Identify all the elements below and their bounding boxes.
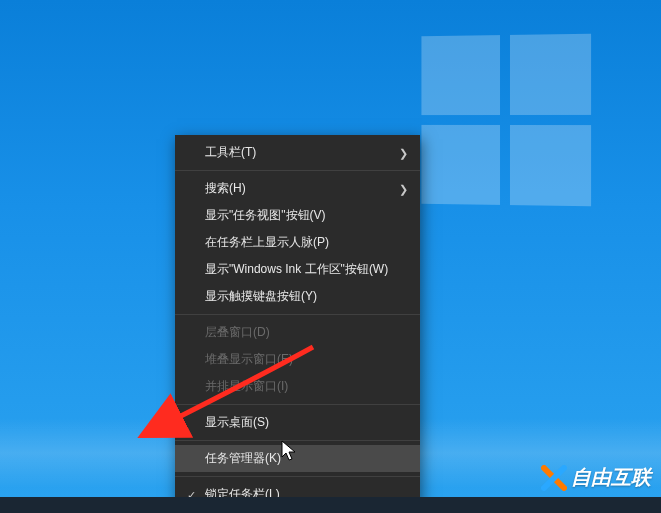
menu-item-label: 并排显示窗口(I)	[205, 378, 288, 395]
menu-item-label: 显示"任务视图"按钮(V)	[205, 207, 326, 224]
menu-item-show-taskview[interactable]: 显示"任务视图"按钮(V)	[175, 202, 420, 229]
menu-item-label: 在任务栏上显示人脉(P)	[205, 234, 329, 251]
menu-separator	[175, 476, 420, 477]
menu-item-label: 任务管理器(K)	[205, 450, 281, 467]
menu-item-show-touch-keyboard[interactable]: 显示触摸键盘按钮(Y)	[175, 283, 420, 310]
menu-separator	[175, 314, 420, 315]
menu-item-show-people[interactable]: 在任务栏上显示人脉(P)	[175, 229, 420, 256]
menu-item-task-manager[interactable]: 任务管理器(K)	[175, 445, 420, 472]
submenu-arrow-icon: ❯	[399, 146, 408, 159]
taskbar-context-menu: 工具栏(T) ❯ 搜索(H) ❯ 显示"任务视图"按钮(V) 在任务栏上显示人脉…	[175, 135, 420, 513]
watermark-logo-icon	[541, 465, 567, 491]
menu-item-toolbars[interactable]: 工具栏(T) ❯	[175, 139, 420, 166]
menu-separator	[175, 404, 420, 405]
menu-separator	[175, 170, 420, 171]
menu-item-show-desktop[interactable]: 显示桌面(S)	[175, 409, 420, 436]
watermark-text: 自由互联	[571, 464, 651, 491]
menu-item-label: 显示触摸键盘按钮(Y)	[205, 288, 317, 305]
windows-logo-background	[421, 34, 591, 207]
menu-item-label: 显示"Windows Ink 工作区"按钮(W)	[205, 261, 388, 278]
menu-item-cascade: 层叠窗口(D)	[175, 319, 420, 346]
menu-item-stack: 堆叠显示窗口(E)	[175, 346, 420, 373]
menu-separator	[175, 440, 420, 441]
submenu-arrow-icon: ❯	[399, 182, 408, 195]
watermark: 自由互联	[541, 464, 651, 491]
menu-item-search[interactable]: 搜索(H) ❯	[175, 175, 420, 202]
menu-item-label: 显示桌面(S)	[205, 414, 269, 431]
menu-item-sidebyside: 并排显示窗口(I)	[175, 373, 420, 400]
menu-item-label: 工具栏(T)	[205, 144, 256, 161]
menu-item-label: 堆叠显示窗口(E)	[205, 351, 293, 368]
menu-item-label: 搜索(H)	[205, 180, 246, 197]
taskbar[interactable]	[0, 497, 661, 513]
menu-item-label: 层叠窗口(D)	[205, 324, 270, 341]
menu-item-show-ink[interactable]: 显示"Windows Ink 工作区"按钮(W)	[175, 256, 420, 283]
